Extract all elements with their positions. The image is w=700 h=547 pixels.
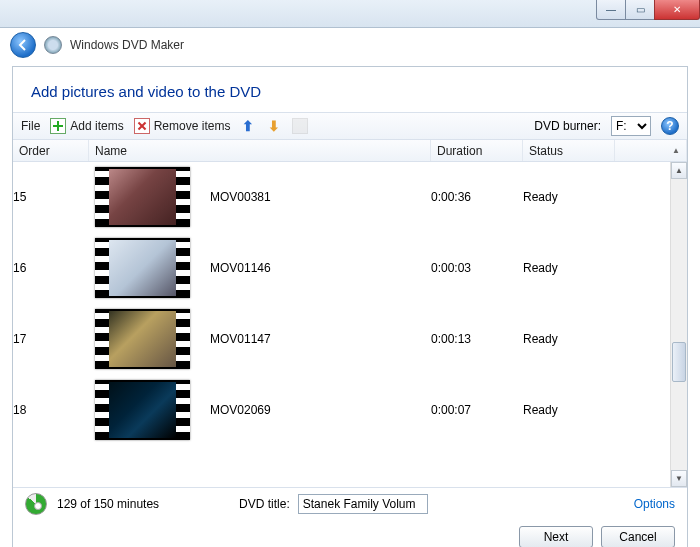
video-thumbnail (95, 309, 190, 369)
scroll-up-button[interactable]: ▲ (671, 162, 687, 179)
arrow-up-icon: ⬆ (240, 118, 256, 134)
cell-duration: 0:00:13 (431, 332, 523, 346)
options-link[interactable]: Options (634, 497, 675, 511)
help-button[interactable]: ? (661, 117, 679, 135)
col-status[interactable]: Status (523, 140, 615, 161)
col-name[interactable]: Name (89, 140, 431, 161)
cell-name: MOV01146 (89, 238, 431, 298)
add-icon (50, 118, 66, 134)
list-body: 15MOV003810:00:36Ready16MOV011460:00:03R… (13, 162, 687, 487)
cell-order: 18 (13, 403, 89, 417)
cell-name: MOV02069 (89, 380, 431, 440)
app-icon (44, 36, 62, 54)
table-row[interactable]: 16MOV011460:00:03Ready (13, 233, 687, 304)
cell-order: 16 (13, 261, 89, 275)
properties-button[interactable] (292, 118, 308, 134)
next-button[interactable]: Next (519, 526, 593, 547)
arrow-left-icon (17, 39, 29, 51)
item-name: MOV01146 (210, 261, 271, 275)
cell-status: Ready (523, 332, 615, 346)
cell-name: MOV01147 (89, 309, 431, 369)
item-name: MOV00381 (210, 190, 271, 204)
maximize-button[interactable]: ▭ (625, 0, 655, 20)
video-thumbnail (95, 380, 190, 440)
footer-buttons: Next Cancel (13, 519, 687, 547)
usage-text: 129 of 150 minutes (57, 497, 159, 511)
video-thumbnail (95, 167, 190, 227)
scroll-thumb[interactable] (672, 342, 686, 382)
toolbar: File Add items Remove items ⬆ ⬇ DVD burn… (13, 112, 687, 140)
disc-usage-icon (25, 493, 47, 515)
table-row[interactable]: 17MOV011470:00:13Ready (13, 304, 687, 375)
cell-duration: 0:00:36 (431, 190, 523, 204)
item-name: MOV01147 (210, 332, 271, 346)
table-row[interactable]: 15MOV003810:00:36Ready (13, 162, 687, 233)
move-down-button[interactable]: ⬇ (266, 118, 282, 134)
move-up-button[interactable]: ⬆ (240, 118, 256, 134)
col-order[interactable]: Order (13, 140, 89, 161)
list-header: Order Name Duration Status ▲ (13, 140, 687, 162)
nav-header: Windows DVD Maker (0, 28, 700, 58)
cell-duration: 0:00:07 (431, 403, 523, 417)
close-button[interactable]: ✕ (654, 0, 700, 20)
remove-items-button[interactable]: Remove items (134, 118, 231, 134)
cell-status: Ready (523, 261, 615, 275)
file-menu[interactable]: File (21, 119, 40, 133)
burner-label: DVD burner: (534, 119, 601, 133)
page-heading: Add pictures and video to the DVD (13, 67, 687, 112)
minimize-button[interactable]: — (596, 0, 626, 20)
dvd-title-input[interactable] (298, 494, 428, 514)
burner-select[interactable]: F: (611, 116, 651, 136)
dvd-title-label: DVD title: (239, 497, 290, 511)
arrow-down-icon: ⬇ (266, 118, 282, 134)
scrollbar[interactable]: ▲ ▼ (670, 162, 687, 487)
window-titlebar: — ▭ ✕ (0, 0, 700, 28)
cancel-button[interactable]: Cancel (601, 526, 675, 547)
app-title: Windows DVD Maker (70, 38, 184, 52)
remove-icon (134, 118, 150, 134)
cell-status: Ready (523, 190, 615, 204)
scroll-down-button[interactable]: ▼ (671, 470, 687, 487)
cell-duration: 0:00:03 (431, 261, 523, 275)
table-row[interactable]: 18MOV020690:00:07Ready (13, 375, 687, 446)
cell-name: MOV00381 (89, 167, 431, 227)
back-button[interactable] (10, 32, 36, 58)
col-duration[interactable]: Duration (431, 140, 523, 161)
add-items-button[interactable]: Add items (50, 118, 123, 134)
cell-order: 15 (13, 190, 89, 204)
col-scrollhead: ▲ (615, 140, 687, 161)
item-name: MOV02069 (210, 403, 271, 417)
cell-order: 17 (13, 332, 89, 346)
cell-status: Ready (523, 403, 615, 417)
properties-icon (292, 118, 308, 134)
video-thumbnail (95, 238, 190, 298)
footer-info: 129 of 150 minutes DVD title: Options (13, 487, 687, 519)
main-panel: Add pictures and video to the DVD File A… (12, 66, 688, 547)
